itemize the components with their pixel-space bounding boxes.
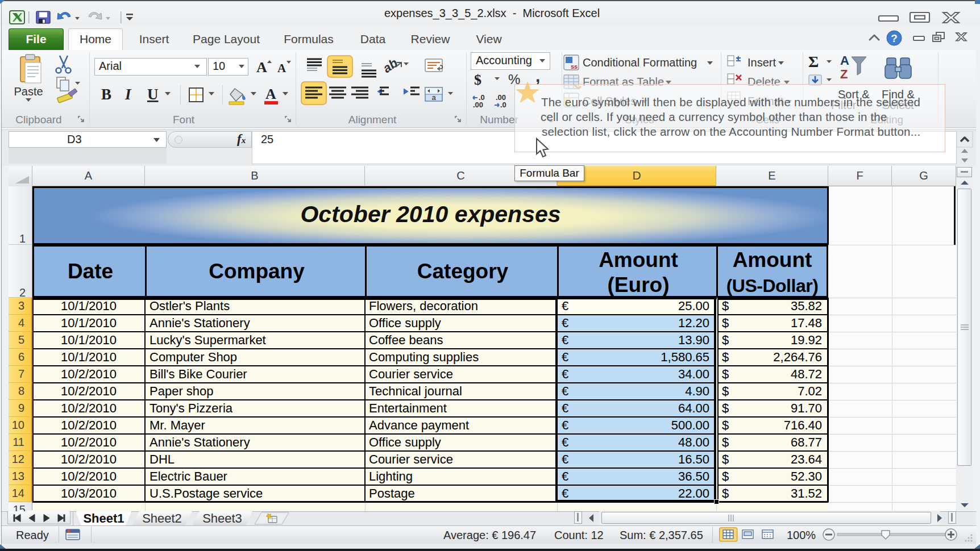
svg-text:a: a: [431, 93, 436, 102]
svg-text:A: A: [840, 53, 849, 68]
svg-text:Z: Z: [840, 67, 848, 81]
svg-text:B: B: [101, 86, 111, 103]
svg-text:A: A: [277, 61, 286, 75]
svg-text:A: A: [265, 86, 276, 102]
svg-text:?: ?: [891, 32, 898, 44]
svg-text:A: A: [256, 59, 267, 76]
svg-text:I: I: [124, 86, 132, 103]
svg-text:ss: ss: [571, 63, 578, 70]
svg-text:Σ: Σ: [808, 53, 819, 70]
svg-text:$: $: [474, 72, 481, 88]
svg-text:.0: .0: [500, 101, 506, 109]
svg-text:U: U: [147, 86, 159, 103]
svg-text:.00: .00: [473, 101, 483, 109]
